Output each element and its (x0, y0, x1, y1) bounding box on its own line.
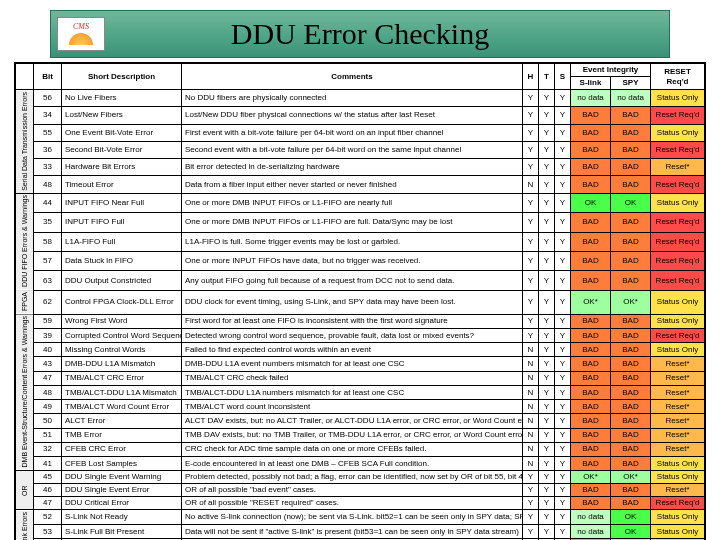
cell-t: Y (538, 471, 554, 484)
cell-h: Y (522, 484, 538, 497)
hdr-ei-top: Event Integrity (570, 64, 650, 77)
table-row: 48TMB/ALCT-DDU L1A MismatchTMB/ALCT-DDU … (16, 385, 705, 399)
cell-comment: OR of all possible "RESET required" case… (182, 497, 523, 510)
cell-comment: L1A-FIFO is full. Some trigger events ma… (182, 232, 523, 251)
cell-comment: DMB-DDU L1A event numbers mismatch for a… (182, 357, 523, 371)
cell-h: Y (522, 271, 538, 290)
cell-event-integrity: BAD (570, 159, 610, 176)
cell-reset: Status Only (651, 90, 705, 107)
cell-h: Y (522, 124, 538, 141)
cell-bit: 44 (34, 193, 62, 212)
cell-h: Y (522, 290, 538, 314)
cell-reset: Reset* (651, 385, 705, 399)
cell-event-integrity: BAD (570, 497, 610, 510)
cell-event-integrity: BAD (570, 371, 610, 385)
cell-h: N (522, 343, 538, 357)
table-row: 35INPUT FIFO FullOne or more DMB INPUT F… (16, 213, 705, 232)
cell-comment: Data from a fiber input either never sta… (182, 176, 523, 193)
cell-t: Y (538, 428, 554, 442)
cell-bit: 35 (34, 213, 62, 232)
cell-s: Y (554, 251, 570, 270)
cell-s: Y (554, 497, 570, 510)
cell-s: Y (554, 213, 570, 232)
table-row: 50ALCT ErrorALCT DAV exists, but: no ALC… (16, 414, 705, 428)
cell-comment: TMB/ALCT word count inconsistent (182, 400, 523, 414)
cell-h: N (522, 414, 538, 428)
cell-comment: Data will not be sent if "active S-link"… (182, 524, 523, 539)
cell-event-integrity: BAD (570, 414, 610, 428)
cell-bit: 45 (34, 471, 62, 484)
cell-short: S-Link Full Bit Present (62, 524, 182, 539)
cell-h: N (522, 176, 538, 193)
cell-spy: BAD (610, 107, 650, 124)
cell-s: Y (554, 400, 570, 414)
cell-s: Y (554, 428, 570, 442)
cell-h: Y (522, 497, 538, 510)
cell-event-integrity: BAD (570, 456, 610, 470)
cell-reset: Status Only (651, 456, 705, 470)
cell-spy: BAD (610, 484, 650, 497)
cell-short: TMB/ALCT-DDU L1A Mismatch (62, 385, 182, 399)
hdr-reset: RESETReq'd (651, 64, 705, 90)
error-table-container: Bit Short Description Comments H T S Eve… (14, 62, 706, 540)
cell-s: Y (554, 484, 570, 497)
table-row: 51TMB ErrorTMB DAV exists, but: no TMB T… (16, 428, 705, 442)
cell-s: Y (554, 385, 570, 399)
cell-bit: 62 (34, 290, 62, 314)
cell-spy: BAD (610, 385, 650, 399)
cell-spy: BAD (610, 442, 650, 456)
cell-comment: No DDU fibers are physically connected (182, 90, 523, 107)
cell-spy: BAD (610, 400, 650, 414)
cell-comment: Problem detected, possibly not bad; a fl… (182, 471, 523, 484)
cell-t: Y (538, 524, 554, 539)
table-row: 34Lost/New FibersLost/New DDU fiber phys… (16, 107, 705, 124)
cell-spy: BAD (610, 213, 650, 232)
cell-s: Y (554, 90, 570, 107)
table-row: 53S-Link Full Bit PresentData will not b… (16, 524, 705, 539)
table-row: 33Hardware Bit ErrorsBit error detected … (16, 159, 705, 176)
cell-bit: 34 (34, 107, 62, 124)
cell-spy: OK* (610, 471, 650, 484)
cell-event-integrity: BAD (570, 124, 610, 141)
cell-reset: Reset Req'd (651, 176, 705, 193)
cell-reset: Reset* (651, 428, 705, 442)
cell-spy: BAD (610, 456, 650, 470)
cell-spy: OK (610, 193, 650, 212)
table-row: DDU FIFO Errors & Warnings44INPUT FIFO N… (16, 193, 705, 212)
cell-event-integrity: BAD (570, 107, 610, 124)
cell-bit: 41 (34, 456, 62, 470)
cell-short: Data Stuck in FIFO (62, 251, 182, 270)
cell-s: Y (554, 329, 570, 343)
cell-reset: Reset Req'd (651, 251, 705, 270)
cell-bit: 50 (34, 414, 62, 428)
cell-short: Corrupted Control Word Sequence (62, 329, 182, 343)
cell-event-integrity: BAD (570, 176, 610, 193)
cell-short: L1A-FIFO Full (62, 232, 182, 251)
cell-s: Y (554, 232, 570, 251)
cell-reset: Reset Req'd (651, 141, 705, 158)
cell-spy: BAD (610, 357, 650, 371)
cell-s: Y (554, 371, 570, 385)
hdr-short: Short Description (62, 64, 182, 90)
cell-bit: 55 (34, 124, 62, 141)
cell-short: Control FPGA Clock-DLL Error (62, 290, 182, 314)
cell-reset: Reset* (651, 442, 705, 456)
cell-short: CFEB CRC Error (62, 442, 182, 456)
table-row: 32CFEB CRC ErrorCRC check for ADC time s… (16, 442, 705, 456)
table-row: 47DDU Critical ErrorOR of all possible "… (16, 497, 705, 510)
row-group-label: OR (16, 471, 34, 510)
cell-h: N (522, 400, 538, 414)
cell-s: Y (554, 107, 570, 124)
slide-title-bar: CMS DDU Error Checking (50, 10, 670, 58)
cell-short: DDU Output Constricted (62, 271, 182, 290)
table-row: S-link Errors52S-Link Not ReadyNo active… (16, 510, 705, 525)
cell-comment: E-code encountered in at least one DMB –… (182, 456, 523, 470)
cell-comment: CRC check for ADC time sample data on on… (182, 442, 523, 456)
cell-bit: 57 (34, 251, 62, 270)
cell-spy: BAD (610, 343, 650, 357)
cell-t: Y (538, 159, 554, 176)
row-group-label: FPGA (16, 290, 34, 314)
cell-comment: Any output FIFO going full because of a … (182, 271, 523, 290)
cell-reset: Reset* (651, 414, 705, 428)
cell-h: N (522, 385, 538, 399)
